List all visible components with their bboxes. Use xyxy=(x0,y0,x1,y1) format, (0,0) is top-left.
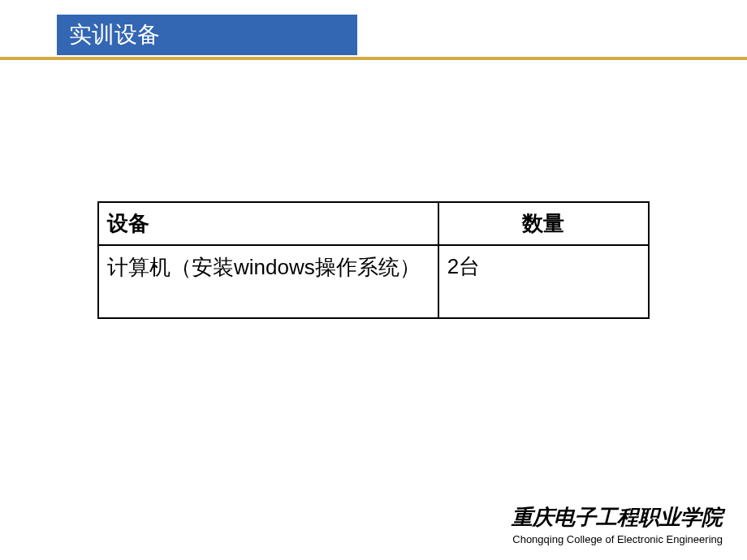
table-row: 计算机（安装windows操作系统） 2台 xyxy=(98,245,649,318)
org-name-english: Chongqing College of Electronic Engineer… xyxy=(512,533,723,545)
divider-line xyxy=(0,57,747,60)
column-header-device: 设备 xyxy=(98,202,438,245)
org-name-chinese: 重庆电子工程职业学院 xyxy=(512,503,723,532)
cell-device: 计算机（安装windows操作系统） xyxy=(98,245,438,318)
footer-organization: 重庆电子工程职业学院 Chongqing College of Electron… xyxy=(512,503,723,545)
cell-quantity: 2台 xyxy=(438,245,649,318)
table-header-row: 设备 数量 xyxy=(98,202,649,245)
column-header-quantity: 数量 xyxy=(438,202,649,245)
title-bar: 实训设备 xyxy=(57,15,357,55)
equipment-table: 设备 数量 计算机（安装windows操作系统） 2台 xyxy=(97,201,650,319)
page-title: 实训设备 xyxy=(69,19,160,50)
